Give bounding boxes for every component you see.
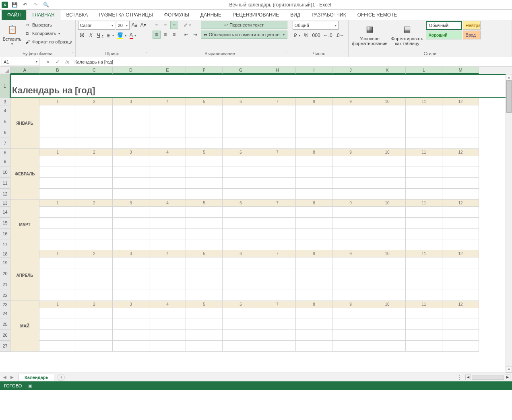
day-number-cell[interactable]: 3: [113, 149, 149, 156]
empty-cell[interactable]: [113, 138, 149, 149]
empty-cell[interactable]: [442, 127, 479, 138]
empty-cell[interactable]: [332, 178, 369, 189]
empty-cell[interactable]: [332, 308, 369, 319]
empty-cell[interactable]: [259, 341, 296, 352]
empty-cell[interactable]: [332, 189, 369, 200]
empty-cell[interactable]: [149, 229, 186, 239]
empty-cell[interactable]: [442, 290, 479, 301]
empty-cell[interactable]: [186, 319, 223, 330]
title-cell[interactable]: Календарь на [год]: [10, 74, 512, 98]
empty-cell[interactable]: [406, 167, 442, 178]
day-number-cell[interactable]: 1: [39, 250, 76, 257]
empty-cell[interactable]: [39, 127, 76, 138]
empty-cell[interactable]: [113, 178, 149, 189]
day-number-cell[interactable]: 11: [406, 98, 442, 105]
row-header[interactable]: 24: [0, 308, 10, 319]
empty-cell[interactable]: [442, 341, 479, 352]
row-header[interactable]: 14: [0, 207, 10, 218]
align-center-button[interactable]: ≡: [161, 31, 169, 39]
day-number-cell[interactable]: 11: [406, 301, 442, 308]
empty-cell[interactable]: [113, 279, 149, 290]
empty-cell[interactable]: [442, 207, 479, 218]
increase-indent-button[interactable]: ⇥: [191, 31, 199, 39]
empty-cell[interactable]: [223, 116, 259, 127]
empty-cell[interactable]: [39, 290, 76, 301]
empty-cell[interactable]: [186, 330, 223, 341]
empty-cell[interactable]: [259, 218, 296, 229]
empty-cell[interactable]: [332, 167, 369, 178]
empty-cell[interactable]: [223, 308, 259, 319]
row-header[interactable]: 23: [0, 301, 10, 308]
empty-cell[interactable]: [332, 239, 369, 250]
empty-cell[interactable]: [259, 229, 296, 239]
day-number-cell[interactable]: 12: [442, 200, 479, 207]
empty-cell[interactable]: [223, 156, 259, 167]
empty-cell[interactable]: [223, 178, 259, 189]
day-number-cell[interactable]: 1: [39, 149, 76, 156]
empty-cell[interactable]: [296, 127, 332, 138]
format-painter-button[interactable]: 🖌Формат по образцу: [23, 38, 73, 46]
empty-cell[interactable]: [149, 279, 186, 290]
day-number-cell[interactable]: 8: [296, 301, 332, 308]
empty-cell[interactable]: [296, 308, 332, 319]
empty-cell[interactable]: [39, 257, 76, 268]
empty-cell[interactable]: [223, 105, 259, 116]
tab-office-remote[interactable]: OFFICE REMOTE: [352, 10, 403, 20]
empty-cell[interactable]: [149, 127, 186, 138]
empty-cell[interactable]: [259, 167, 296, 178]
empty-cell[interactable]: [406, 239, 442, 250]
row-header[interactable]: 5: [0, 116, 10, 127]
empty-cell[interactable]: [149, 239, 186, 250]
empty-cell[interactable]: [223, 127, 259, 138]
empty-cell[interactable]: [76, 138, 113, 149]
empty-cell[interactable]: [223, 330, 259, 341]
day-number-cell[interactable]: 12: [442, 98, 479, 105]
empty-cell[interactable]: [39, 207, 76, 218]
row-header[interactable]: 7: [0, 138, 10, 149]
empty-cell[interactable]: [39, 319, 76, 330]
empty-cell[interactable]: [296, 189, 332, 200]
empty-cell[interactable]: [259, 127, 296, 138]
empty-cell[interactable]: [296, 239, 332, 250]
select-all-corner[interactable]: [0, 67, 10, 74]
empty-cell[interactable]: [186, 189, 223, 200]
style-neutral[interactable]: Нейтрал: [463, 21, 481, 30]
empty-cell[interactable]: [223, 268, 259, 279]
empty-cell[interactable]: [149, 268, 186, 279]
empty-cell[interactable]: [76, 257, 113, 268]
empty-cell[interactable]: [149, 156, 186, 167]
empty-cell[interactable]: [442, 319, 479, 330]
day-number-cell[interactable]: 10: [369, 250, 406, 257]
empty-cell[interactable]: [259, 156, 296, 167]
day-number-cell[interactable]: 9: [332, 149, 369, 156]
empty-cell[interactable]: [369, 308, 406, 319]
empty-cell[interactable]: [113, 189, 149, 200]
empty-cell[interactable]: [76, 239, 113, 250]
sheet-nav-next[interactable]: ▶: [9, 374, 15, 381]
empty-cell[interactable]: [296, 156, 332, 167]
row-header[interactable]: 26: [0, 330, 10, 341]
day-number-cell[interactable]: 12: [442, 149, 479, 156]
empty-cell[interactable]: [186, 308, 223, 319]
empty-cell[interactable]: [149, 105, 186, 116]
empty-cell[interactable]: [186, 105, 223, 116]
row-header[interactable]: 9: [0, 156, 10, 167]
empty-cell[interactable]: [259, 268, 296, 279]
empty-cell[interactable]: [369, 138, 406, 149]
font-size-select[interactable]: 20: [116, 21, 130, 30]
column-header[interactable]: J: [332, 67, 369, 74]
empty-cell[interactable]: [39, 229, 76, 239]
day-number-cell[interactable]: 4: [149, 149, 186, 156]
empty-cell[interactable]: [259, 207, 296, 218]
column-header[interactable]: E: [149, 67, 186, 74]
empty-cell[interactable]: [223, 229, 259, 239]
empty-cell[interactable]: [186, 229, 223, 239]
row-header[interactable]: 18: [0, 250, 10, 257]
empty-cell[interactable]: [223, 218, 259, 229]
column-header[interactable]: K: [369, 67, 406, 74]
empty-cell[interactable]: [149, 138, 186, 149]
enter-formula-button[interactable]: ✓: [53, 58, 62, 66]
name-box[interactable]: A1: [2, 58, 39, 66]
empty-cell[interactable]: [113, 319, 149, 330]
empty-cell[interactable]: [369, 290, 406, 301]
